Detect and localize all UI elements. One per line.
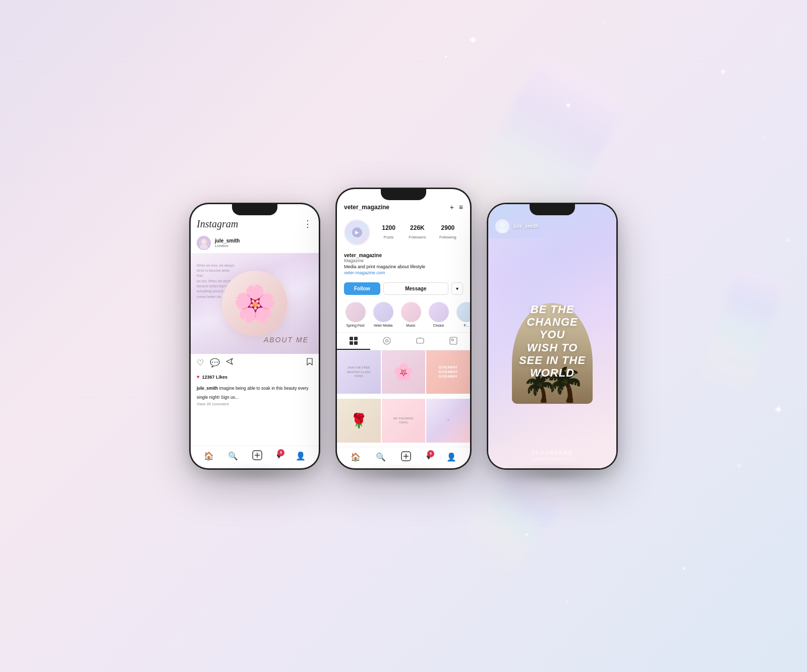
followers-count: 226K bbox=[409, 224, 426, 231]
caption-username: jule_smith bbox=[197, 386, 218, 391]
highlight-follow-circle bbox=[456, 302, 471, 322]
more-options-icon[interactable]: ⋮ bbox=[303, 218, 313, 229]
phone-2-notch bbox=[381, 189, 426, 200]
sparkle-8: ✦ bbox=[682, 566, 686, 571]
profile-info: veter_magazine Magazine Media and print … bbox=[337, 250, 470, 278]
story-text-overlay: BE THECHANGEYOUWISH TOSEE IN THEWORLD bbox=[488, 238, 616, 444]
profile-nav-icon[interactable]: 👤 bbox=[296, 451, 306, 461]
tab-igtv[interactable] bbox=[404, 333, 437, 350]
sparkle-11: ✦ bbox=[444, 54, 448, 59]
grid-cell-2[interactable]: 🌸 bbox=[382, 350, 426, 394]
profile-category: Magazine bbox=[344, 258, 463, 263]
tab-grid[interactable] bbox=[337, 333, 370, 350]
phone-2: veter_magazine + ≡ ▶ 1200 bbox=[335, 188, 472, 470]
highlight-choice-circle bbox=[429, 302, 449, 322]
grid-cell-4[interactable]: 🌹 bbox=[337, 399, 381, 443]
post-location: London bbox=[215, 243, 313, 248]
sparkle-9: ✦ bbox=[774, 403, 783, 416]
avatar-play-icon: ▶ bbox=[352, 227, 362, 237]
followers-label: Followers bbox=[409, 235, 426, 239]
comment-icon[interactable]: 💬 bbox=[210, 358, 220, 368]
following-count: 2900 bbox=[439, 224, 456, 231]
heart-nav-2[interactable]: ♥ 9 bbox=[426, 453, 431, 462]
tab-reels[interactable] bbox=[370, 333, 404, 350]
story-footer: #YOURNAME established 2013 bbox=[488, 444, 616, 468]
dropdown-button[interactable]: ▾ bbox=[451, 282, 463, 295]
posts-label: Posts bbox=[384, 235, 394, 239]
story-hashtag: #YOURNAME bbox=[495, 450, 609, 456]
phone-3-content: jule_smith 🌴 🌴 BE THECHANGEYOUWISH TOSE bbox=[488, 204, 616, 468]
highlight-music[interactable]: Music bbox=[399, 302, 422, 327]
phone-3-screen: jule_smith 🌴 🌴 BE THECHANGEYOUWISH TOSE bbox=[488, 204, 616, 468]
profile-avatar: ▶ bbox=[344, 219, 370, 246]
stat-posts: 1200 Posts bbox=[382, 224, 395, 240]
highlight-spring-circle bbox=[345, 302, 366, 322]
grid-cell-4-content: 🌹 bbox=[350, 412, 368, 429]
home-nav-icon[interactable]: 🏠 bbox=[204, 451, 214, 461]
add-nav-icon[interactable] bbox=[252, 450, 262, 462]
sparkle-10: ✧ bbox=[565, 599, 569, 605]
post-image: When we love, we alwaysstrive to become … bbox=[191, 253, 319, 354]
search-nav-icon[interactable]: 🔍 bbox=[228, 451, 238, 461]
profile-display-name: veter_magazine bbox=[344, 253, 463, 258]
share-icon[interactable] bbox=[226, 358, 234, 367]
svg-point-20 bbox=[500, 222, 505, 227]
grid-tabs bbox=[337, 332, 470, 350]
sparkle-12: ✧ bbox=[784, 235, 791, 245]
following-label: Following bbox=[439, 235, 456, 239]
highlights-row: Spring Fest Veter Media Music Choice bbox=[337, 299, 470, 330]
home-nav-2[interactable]: 🏠 bbox=[351, 452, 361, 462]
phone-2-shadow bbox=[349, 467, 458, 480]
highlight-spring-fest[interactable]: Spring Fest bbox=[344, 302, 367, 327]
grid-cell-5[interactable]: MY FAVORITETOPIC bbox=[382, 399, 426, 443]
highlight-follow[interactable]: F... bbox=[455, 302, 470, 327]
message-button[interactable]: Message bbox=[383, 282, 448, 295]
profile-bio: Media and print magazine about lifestyle bbox=[344, 264, 463, 269]
caption-row: jule_smith Imagine being able to soak in… bbox=[191, 383, 319, 401]
highlight-choice-label: Choice bbox=[433, 324, 444, 327]
highlight-veter-media[interactable]: Veter Media bbox=[372, 302, 394, 327]
menu-header-icon[interactable]: ≡ bbox=[459, 203, 463, 211]
like-icon[interactable]: ♡ bbox=[197, 358, 204, 368]
highlight-spring-label: Spring Fest bbox=[347, 324, 365, 327]
stats-group: 1200 Posts 226K Followers 2900 Following bbox=[375, 224, 463, 240]
grid-cell-6[interactable]: ✦ bbox=[426, 399, 470, 443]
grid-cell-1-text: JOIN THE FREEMASTER CLASSTOPIC bbox=[347, 365, 370, 378]
add-header-icon[interactable]: + bbox=[450, 203, 454, 211]
svg-point-11 bbox=[386, 339, 388, 342]
phone-2-content: veter_magazine + ≡ ▶ 1200 bbox=[337, 189, 470, 468]
follow-button[interactable]: Follow bbox=[344, 282, 380, 295]
sparkle-3: ✧ bbox=[763, 135, 767, 140]
profile-username-header: veter_magazine bbox=[344, 204, 389, 211]
search-nav-2[interactable]: 🔍 bbox=[376, 452, 386, 462]
post-username[interactable]: jule_smith bbox=[215, 238, 313, 243]
highlight-veter-label: Veter Media bbox=[374, 324, 392, 327]
highlight-choice[interactable]: Choice bbox=[427, 302, 450, 327]
phone-2-screen: veter_magazine + ≡ ▶ 1200 bbox=[337, 189, 470, 468]
svg-rect-8 bbox=[350, 341, 353, 345]
tab-tagged[interactable] bbox=[437, 333, 470, 350]
phone-3-shadow bbox=[500, 467, 605, 480]
save-icon[interactable] bbox=[307, 358, 313, 368]
phones-container: Instagram ⋮ jule_smith bbox=[189, 203, 618, 470]
add-nav-2[interactable] bbox=[401, 451, 411, 463]
sparkle-6: ✦ bbox=[525, 532, 529, 537]
grid-cell-3[interactable]: GIVEAWAYGIVEAWAYGIVEAWAY bbox=[426, 350, 470, 394]
likes-heart-icon: ♥ bbox=[197, 374, 200, 380]
profile-link[interactable]: veter-magazine.com bbox=[344, 270, 463, 275]
grid-cell-5-text: MY FAVORITETOPIC bbox=[393, 416, 414, 425]
highlight-music-label: Music bbox=[406, 324, 415, 327]
view-comments[interactable]: View 20 comment bbox=[191, 401, 319, 407]
svg-point-15 bbox=[451, 339, 453, 341]
profile-bottom-nav: 🏠 🔍 ♥ 9 👤 bbox=[337, 447, 470, 468]
profile-nav-2[interactable]: 👤 bbox=[446, 452, 456, 462]
story-username: jule_smith bbox=[513, 223, 538, 229]
grid-cell-3-text: GIVEAWAYGIVEAWAYGIVEAWAY bbox=[439, 365, 458, 379]
heart-nav-icon[interactable]: ♥ 9 bbox=[276, 452, 281, 461]
post-user-info: jule_smith London bbox=[215, 238, 313, 248]
story-content: 🌴 🌴 BE THECHANGEYOUWISH TOSEE IN THEWORL… bbox=[488, 238, 616, 444]
grid-cell-1[interactable]: JOIN THE FREEMASTER CLASSTOPIC bbox=[337, 350, 381, 394]
highlight-music-circle bbox=[401, 302, 421, 322]
grid-cell-6-text: ✦ bbox=[447, 418, 450, 422]
likes-count: 12367 Likes bbox=[202, 375, 227, 380]
